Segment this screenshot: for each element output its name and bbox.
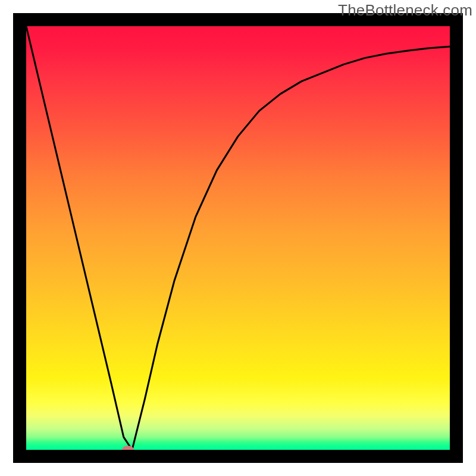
optimal-point-marker xyxy=(122,446,134,450)
chart-container: TheBottleneck.com xyxy=(0,0,476,476)
chart-frame xyxy=(13,13,463,463)
watermark-text: TheBottleneck.com xyxy=(338,1,472,20)
bottleneck-curve xyxy=(26,26,450,450)
plot-area xyxy=(26,26,450,450)
